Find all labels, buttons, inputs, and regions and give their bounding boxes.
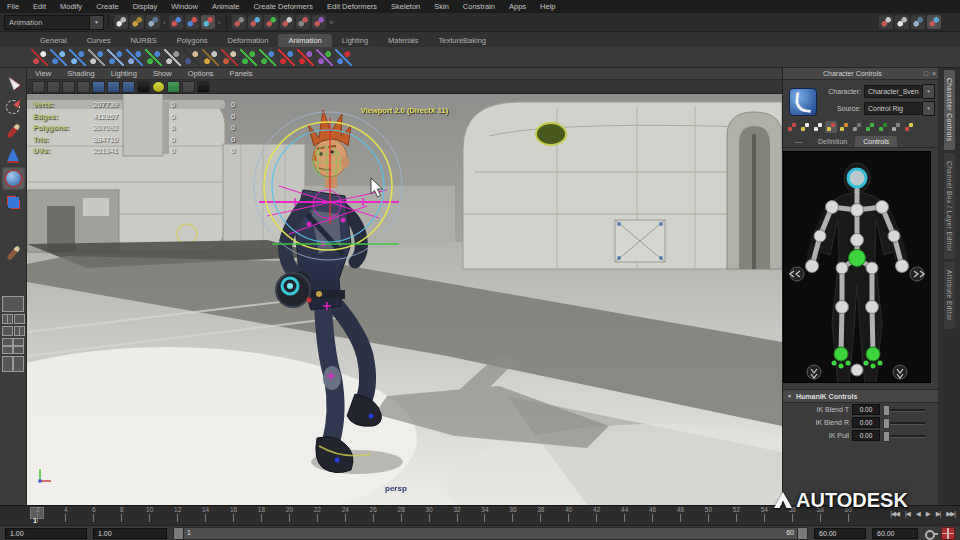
shelf-tab[interactable]: Polygons: [167, 34, 218, 47]
shelf-set-key-icon[interactable]: [50, 49, 67, 66]
panel-menu-item[interactable]: Panels: [222, 69, 261, 78]
scale-tool[interactable]: [2, 191, 25, 214]
layout-single-pane-button[interactable]: [2, 296, 24, 312]
highlight-selection-icon[interactable]: [280, 15, 294, 29]
xray-icon[interactable]: [197, 81, 210, 93]
shelf-constraint-icon[interactable]: [297, 49, 314, 66]
shelf-playblast-icon[interactable]: [88, 49, 105, 66]
menu-item[interactable]: Edit Deformers: [320, 2, 384, 11]
selection-mode-icon[interactable]: [851, 121, 863, 133]
set-key-icon[interactable]: [864, 121, 876, 133]
select-tool[interactable]: [2, 71, 25, 94]
shelf-ik-chain-icon[interactable]: [126, 49, 143, 66]
playback-start-field[interactable]: 1.00: [5, 528, 87, 539]
image-plane-icon[interactable]: [92, 81, 105, 93]
menu-item[interactable]: Help: [533, 2, 562, 11]
chevron-down-icon[interactable]: ▼: [923, 84, 935, 99]
bookmark-icon[interactable]: [77, 81, 90, 93]
shelf-cluster-icon[interactable]: [278, 49, 295, 66]
transport-button[interactable]: ◀: [913, 509, 923, 519]
shelf-tab[interactable]: Deformation: [218, 34, 279, 47]
shelf-detach-skin-icon[interactable]: [202, 49, 219, 66]
field-slider[interactable]: [883, 431, 925, 440]
ipr-render-icon[interactable]: [312, 15, 326, 29]
select-object-icon[interactable]: [248, 15, 262, 29]
menu-item[interactable]: Modify: [53, 2, 89, 11]
field-slider[interactable]: [883, 418, 925, 427]
character-body-map[interactable]: [783, 151, 931, 383]
panel-menu-item[interactable]: Show: [145, 69, 180, 78]
shelf-keyframe-icon[interactable]: [335, 49, 352, 66]
resolution-gate-icon[interactable]: [122, 81, 135, 93]
layout-persp-outliner-button[interactable]: [14, 314, 25, 324]
field-slider[interactable]: [883, 405, 925, 414]
panel-menu-item[interactable]: Lighting: [103, 69, 145, 78]
menu-item[interactable]: Apps: [502, 2, 533, 11]
layout-two-stacked-button[interactable]: [2, 326, 13, 336]
menu-set-selector[interactable]: Animation ▼: [4, 15, 104, 29]
shelf-blendshape-icon[interactable]: [240, 49, 257, 66]
shelf-bind-skin-icon[interactable]: [183, 49, 200, 66]
menu-item[interactable]: Display: [126, 2, 165, 11]
new-scene-icon[interactable]: [114, 15, 128, 29]
open-scene-icon[interactable]: [130, 15, 144, 29]
character-select[interactable]: Character_Sven: [864, 85, 923, 98]
shelf-ik-handle-icon[interactable]: [145, 49, 162, 66]
channelbox-toggle-icon[interactable]: [895, 15, 909, 29]
layout-persp-graph-button[interactable]: [2, 356, 24, 372]
shelf-tab[interactable]: Curves: [77, 34, 121, 47]
layout-four-pane-button[interactable]: [14, 326, 25, 336]
select-component-icon[interactable]: [264, 15, 278, 29]
animation-end-field[interactable]: 60.00: [814, 528, 866, 539]
building-right[interactable]: [463, 102, 782, 269]
range-end-handle[interactable]: [797, 528, 807, 539]
crate[interactable]: [615, 220, 665, 262]
film-gate-icon[interactable]: [107, 81, 120, 93]
keying-mode-icon[interactable]: [786, 121, 798, 133]
sidebar-vertical-tab[interactable]: Character Controls: [944, 70, 955, 150]
field-value[interactable]: 0.00: [852, 417, 880, 428]
source-select[interactable]: Control Rig: [864, 102, 923, 115]
cc-tab[interactable]: ---: [787, 136, 810, 147]
auto-keyframe-toggle[interactable]: [941, 527, 955, 540]
group-expand-icon[interactable]: ›: [218, 18, 221, 27]
panel-header[interactable]: Character Controls □ ×: [783, 68, 938, 80]
rotate-tool[interactable]: [2, 167, 25, 190]
panel-menu-item[interactable]: View: [27, 69, 59, 78]
menu-item[interactable]: Create: [89, 2, 126, 11]
menu-item[interactable]: Skeleton: [384, 2, 427, 11]
paint-select-tool[interactable]: [2, 119, 25, 142]
stance-pose-icon[interactable]: [903, 121, 915, 133]
group-expand-icon[interactable]: »: [329, 18, 333, 27]
lock-camera-icon[interactable]: [47, 81, 60, 93]
sidebar-vertical-tab[interactable]: Channel Box / Layer Editor: [944, 153, 955, 260]
shelf-character-icon[interactable]: [31, 49, 48, 66]
field-value[interactable]: 0.00: [852, 404, 880, 415]
slider-handle[interactable]: [883, 418, 890, 429]
panel-menu-item[interactable]: Shading: [59, 69, 103, 78]
lighting-icon[interactable]: [152, 81, 165, 93]
slider-handle[interactable]: [883, 405, 890, 416]
snap-point-icon[interactable]: [201, 15, 215, 29]
edit-character-icon[interactable]: [799, 121, 811, 133]
menu-item[interactable]: Create Deformers: [246, 2, 320, 11]
shelf-tab[interactable]: TextureBaking: [429, 34, 497, 47]
snap-grid-icon[interactable]: [169, 15, 183, 29]
move-tool[interactable]: [2, 143, 25, 166]
menu-item[interactable]: Edit: [26, 2, 53, 11]
shelf-tab[interactable]: Animation: [278, 34, 331, 47]
layout-two-pane-button[interactable]: [2, 314, 13, 324]
transport-button[interactable]: ▶|: [933, 509, 944, 519]
select-hierarchy-icon[interactable]: [232, 15, 246, 29]
render-icon[interactable]: [296, 15, 310, 29]
slider-handle[interactable]: [883, 431, 890, 442]
shelf-tab[interactable]: Materials: [378, 34, 428, 47]
set-key-icon[interactable]: [924, 528, 938, 538]
undock-icon[interactable]: □: [922, 69, 930, 79]
save-scene-icon[interactable]: [146, 15, 160, 29]
sidebar-toggle-icon[interactable]: [879, 15, 893, 29]
humanik-controls-section-header[interactable]: ▼ HumanIK Controls: [783, 389, 938, 403]
animation-start-field[interactable]: 1.00: [93, 528, 167, 539]
menu-item[interactable]: Skin: [427, 2, 456, 11]
chevron-down-icon[interactable]: ▼: [90, 15, 104, 30]
